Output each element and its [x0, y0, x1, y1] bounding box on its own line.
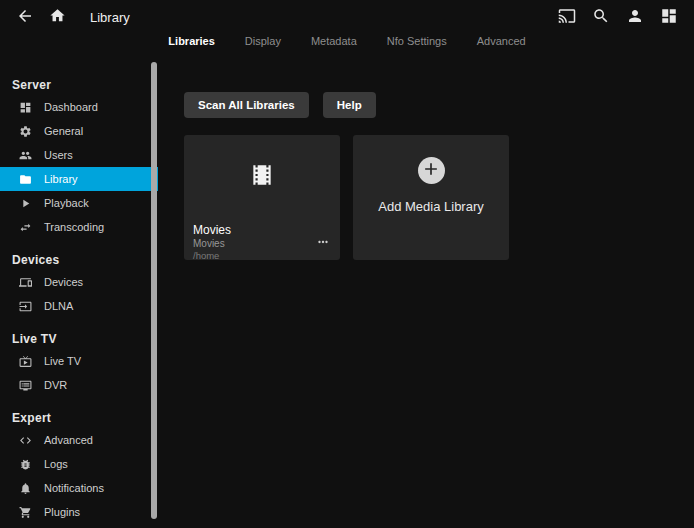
sidebar-item-label: Advanced: [44, 434, 93, 446]
dashboard-button[interactable]: [656, 4, 682, 30]
sidebar-item-users[interactable]: Users: [0, 143, 158, 167]
sidebar-item-label: Library: [44, 173, 78, 185]
sidebar-item-live-tv[interactable]: Live TV: [0, 349, 158, 373]
sidebar-item-general[interactable]: General: [0, 119, 158, 143]
page-title: Library: [90, 10, 130, 25]
sidebar-item-plugins[interactable]: Plugins: [0, 500, 158, 524]
bell-icon: [19, 482, 32, 495]
tab-nfo-settings[interactable]: Nfo Settings: [385, 34, 449, 48]
help-button[interactable]: Help: [323, 92, 376, 118]
sidebar-item-notifications[interactable]: Notifications: [0, 476, 158, 500]
play-icon: [19, 197, 32, 210]
sidebar-item-label: Plugins: [44, 506, 80, 518]
sidebar-scrollbar[interactable]: [151, 62, 157, 519]
back-button[interactable]: [12, 4, 38, 30]
cast-button[interactable]: [554, 4, 580, 30]
sidebar-item-dvr[interactable]: DVR: [0, 373, 158, 397]
settings-tabs: LibrariesDisplayMetadataNfo SettingsAdva…: [0, 34, 694, 60]
cart-icon: [19, 506, 32, 519]
sidebar-section-title: Expert: [0, 411, 158, 425]
live-tv-icon: [19, 355, 32, 368]
input-icon: [19, 300, 32, 313]
sidebar-section-title: Live TV: [0, 332, 158, 346]
tab-advanced[interactable]: Advanced: [475, 34, 528, 48]
app-header: Library: [0, 0, 694, 34]
sidebar-item-label: Logs: [44, 458, 68, 470]
admin-sidebar: ServerDashboardGeneralUsersLibraryPlayba…: [0, 60, 158, 528]
add-media-library-label: Add Media Library: [378, 199, 484, 214]
folder-icon: [19, 173, 32, 186]
header-right-group: [554, 4, 682, 30]
sidebar-section-title: Devices: [0, 253, 158, 267]
devices-icon: [19, 276, 32, 289]
library-cards: MoviesMovies/home Add Media Library: [184, 135, 694, 260]
sidebar-section-expert: ExpertAdvancedLogsNotificationsPluginsSc…: [0, 411, 158, 528]
swap-icon: [19, 221, 32, 234]
sidebar-item-logs[interactable]: Logs: [0, 452, 158, 476]
sidebar-item-scheduled-tasks[interactable]: Scheduled Tasks: [0, 524, 158, 528]
sidebar-item-label: Users: [44, 149, 73, 161]
tab-libraries[interactable]: Libraries: [166, 34, 216, 48]
sidebar-item-label: Playback: [44, 197, 89, 209]
add-media-library-card[interactable]: Add Media Library: [353, 135, 509, 260]
sidebar-section-title: Server: [0, 78, 158, 92]
user-icon: [626, 7, 644, 28]
back-arrow-icon: [16, 7, 34, 28]
sidebar-item-label: DVR: [44, 379, 67, 391]
library-card-menu-button[interactable]: [314, 233, 332, 254]
sidebar-item-devices[interactable]: Devices: [0, 270, 158, 294]
sidebar-item-label: General: [44, 125, 83, 137]
dashboard-icon: [19, 101, 32, 114]
theaters-icon: [184, 135, 340, 215]
plus-icon: [421, 159, 441, 183]
library-card-movies[interactable]: MoviesMovies/home: [184, 135, 340, 260]
sidebar-item-label: Devices: [44, 276, 83, 288]
sidebar-item-dlna[interactable]: DLNA: [0, 294, 158, 318]
content-area: ServerDashboardGeneralUsersLibraryPlayba…: [0, 60, 694, 528]
sidebar-item-label: Notifications: [44, 482, 104, 494]
header-left-group: Library: [12, 4, 130, 30]
sidebar-section-devices: DevicesDevicesDLNA: [0, 253, 158, 318]
library-actions: Scan All Libraries Help: [184, 92, 694, 118]
tab-metadata[interactable]: Metadata: [309, 34, 359, 48]
sidebar-item-dashboard[interactable]: Dashboard: [0, 95, 158, 119]
home-button[interactable]: [44, 4, 70, 30]
users-icon: [19, 149, 32, 162]
dashboard-icon: [660, 7, 678, 28]
library-card-path: /home: [193, 250, 219, 261]
more-horiz-icon: [316, 235, 330, 252]
tab-display[interactable]: Display: [243, 34, 283, 48]
home-icon: [49, 7, 66, 27]
bug-icon: [19, 458, 32, 471]
add-circle: [418, 157, 445, 184]
main-panel: Scan All Libraries Help MoviesMovies/hom…: [158, 60, 694, 528]
sidebar-section-server: ServerDashboardGeneralUsersLibraryPlayba…: [0, 78, 158, 239]
user-button[interactable]: [622, 4, 648, 30]
gear-icon: [19, 125, 32, 138]
sidebar-item-library[interactable]: Library: [0, 167, 158, 191]
sidebar-item-label: DLNA: [44, 300, 73, 312]
sidebar-item-label: Dashboard: [44, 101, 98, 113]
dvr-icon: [19, 379, 32, 392]
sidebar-item-transcoding[interactable]: Transcoding: [0, 215, 158, 239]
scan-all-libraries-button[interactable]: Scan All Libraries: [184, 92, 309, 118]
code-icon: [19, 434, 32, 447]
search-button[interactable]: [588, 4, 614, 30]
library-card-title: Movies: [193, 223, 231, 237]
sidebar-item-label: Live TV: [44, 355, 81, 367]
library-card-subtitle: Movies: [193, 238, 225, 249]
sidebar-section-live-tv: Live TVLive TVDVR: [0, 332, 158, 397]
sidebar-item-playback[interactable]: Playback: [0, 191, 158, 215]
cast-icon: [558, 7, 576, 28]
sidebar-item-label: Transcoding: [44, 221, 104, 233]
sidebar-item-advanced[interactable]: Advanced: [0, 428, 158, 452]
search-icon: [592, 7, 610, 28]
